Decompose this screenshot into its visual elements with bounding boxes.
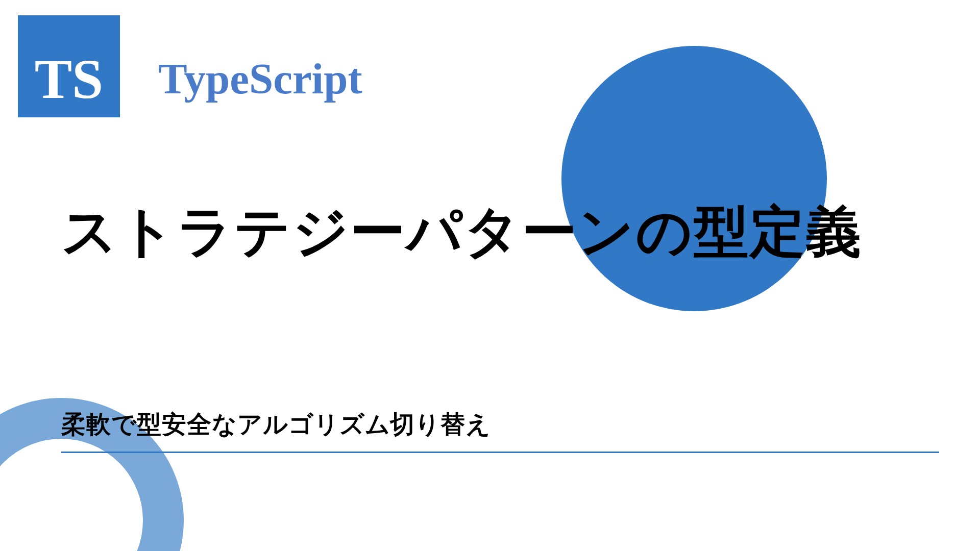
ts-logo-badge: TS xyxy=(18,15,120,117)
divider-line xyxy=(61,452,939,453)
ts-logo-text: TS xyxy=(35,51,104,107)
page-title: ストラテジーパターンの型定義 xyxy=(61,189,919,274)
header-label: TypeScript xyxy=(158,54,362,104)
page-subtitle: 柔軟で型安全なアルゴリズム切り替え xyxy=(61,408,491,441)
